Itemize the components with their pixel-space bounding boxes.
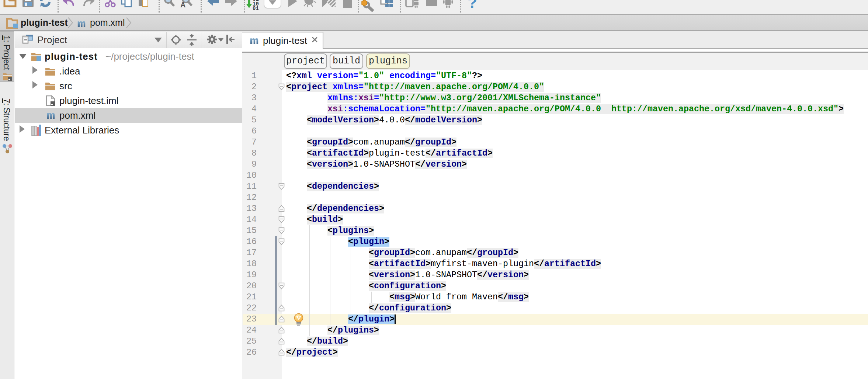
svg-text:A: A	[180, 1, 185, 8]
